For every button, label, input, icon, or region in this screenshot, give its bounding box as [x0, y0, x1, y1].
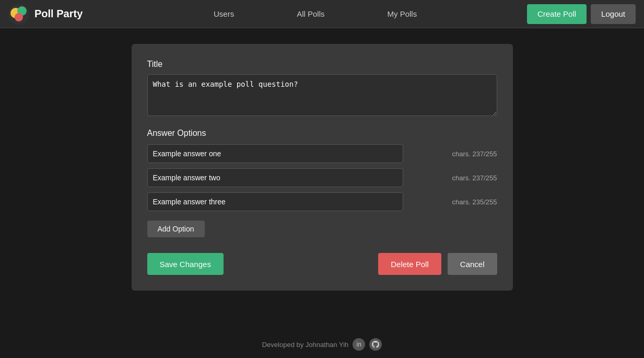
char-count-0: chars. 237/255: [452, 150, 497, 158]
add-option-button[interactable]: Add Option: [147, 221, 205, 237]
nav-all-polls[interactable]: All Polls: [265, 9, 356, 18]
svg-point-3: [15, 13, 23, 21]
answer-options-label: Answer Options: [147, 129, 497, 138]
page-content: Title What is an example poll question? …: [0, 28, 644, 306]
brand: Poll Party: [8, 4, 83, 25]
app-logo: [8, 4, 29, 25]
title-label: Title: [147, 60, 497, 69]
nav-users[interactable]: Users: [182, 9, 265, 18]
edit-poll-form: Title What is an example poll question? …: [132, 44, 513, 291]
answer-input-0[interactable]: [147, 144, 403, 163]
char-count-1: chars. 237/255: [452, 174, 497, 182]
linkedin-icon[interactable]: in: [353, 338, 365, 351]
delete-poll-button[interactable]: Delete Poll: [378, 253, 441, 275]
app-title: Poll Party: [34, 8, 83, 20]
char-count-2: chars. 235/255: [452, 198, 497, 206]
footer: Developed by Johnathan Yih in: [0, 331, 644, 358]
footer-text: Developed by Johnathan Yih: [262, 341, 349, 349]
save-changes-button[interactable]: Save Changes: [147, 253, 224, 275]
github-icon[interactable]: [369, 338, 382, 351]
nav-links: Users All Polls My Polls: [103, 9, 527, 18]
navbar: Poll Party Users All Polls My Polls Crea…: [0, 0, 644, 28]
answer-input-2[interactable]: [147, 192, 403, 211]
title-input[interactable]: What is an example poll question?: [147, 74, 497, 116]
nav-actions: Create Poll Logout: [527, 4, 636, 24]
cancel-button[interactable]: Cancel: [448, 253, 497, 275]
answer-row-1: chars. 237/255: [147, 168, 497, 187]
answer-input-1[interactable]: [147, 168, 403, 187]
form-actions: Save Changes Delete Poll Cancel: [147, 253, 497, 275]
create-poll-button[interactable]: Create Poll: [527, 4, 587, 24]
answer-row-2: chars. 235/255: [147, 192, 497, 211]
nav-my-polls[interactable]: My Polls: [356, 9, 449, 18]
answer-row-0: chars. 237/255: [147, 144, 497, 163]
logout-button[interactable]: Logout: [591, 4, 636, 24]
